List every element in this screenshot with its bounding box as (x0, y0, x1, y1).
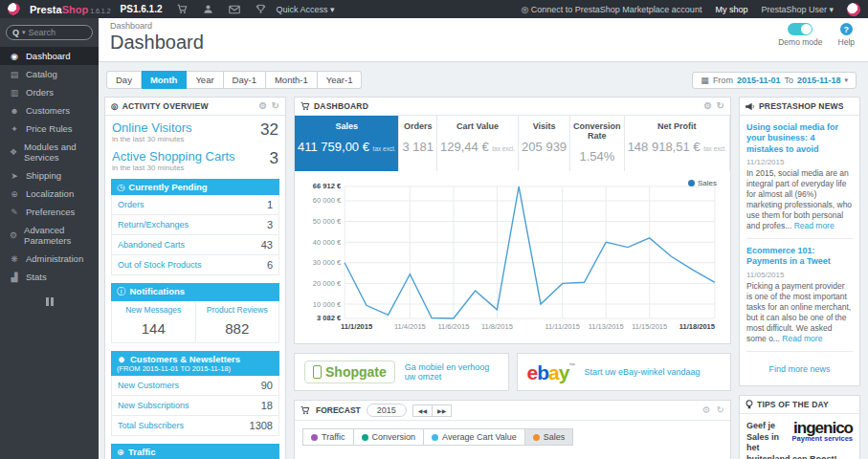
demo-mode-toggle[interactable] (788, 23, 812, 35)
date-to-label: To (784, 76, 793, 85)
clock-icon: ◷ (117, 182, 124, 192)
total-subscribers-row[interactable]: Total Subscribers1308 (111, 416, 279, 436)
news-title-link[interactable]: Using social media for your business: 4 … (746, 122, 853, 155)
row-label: Total Subscribers (118, 421, 184, 430)
ebay-panel: ebay™ Start uw eBay-winkel vandaag (517, 353, 732, 391)
quick-access-label: Quick Access (276, 5, 327, 14)
refresh-icon[interactable]: ↻ (716, 101, 724, 111)
shopgate-link[interactable]: Ga mobiel en verhoog uw omzet (405, 362, 499, 382)
sidebar-item-orders[interactable]: ▥Orders (0, 83, 99, 101)
new-customers-row[interactable]: New Customers90 (111, 376, 279, 396)
read-more-link[interactable]: Read more (782, 334, 822, 343)
sidebar-item-administration[interactable]: ❋Administration (0, 250, 99, 268)
gear-icon[interactable]: ⚙ (702, 405, 711, 415)
breadcrumb[interactable]: Dashboard (110, 21, 857, 31)
kpi-value: 1.54% (579, 149, 614, 164)
range-day-button[interactable]: Day (106, 71, 142, 89)
forecast-year[interactable]: 2015 (367, 404, 407, 417)
kpi-net-profit[interactable]: Net Profit148 918,51 € tax excl. (625, 116, 730, 171)
avatar[interactable] (847, 3, 860, 16)
row-value: 1 (267, 199, 273, 210)
legend-traffic-button[interactable]: Traffic (302, 428, 354, 446)
sidebar-item-catalog[interactable]: ▤Catalog (0, 65, 99, 83)
new-subscriptions-row[interactable]: New Subscriptions18 (111, 396, 279, 416)
search-scope-caret-icon[interactable]: ▾ (22, 29, 26, 36)
my-shop-link[interactable]: My shop (715, 5, 747, 14)
trophy-icon[interactable] (256, 4, 266, 14)
kpi-label: Sales (298, 121, 395, 131)
brand-shop: Shop (62, 4, 89, 15)
legend-sales-button[interactable]: Sales (525, 428, 574, 446)
sidebar-item-dashboard[interactable]: ◉Dashboard (0, 47, 99, 65)
sidebar-item-customers[interactable]: ☻Customers (0, 101, 99, 120)
sidebar-collapse-button[interactable] (46, 297, 54, 306)
news-title-link[interactable]: Ecommerce 101: Payments in a Tweet (746, 246, 853, 268)
pending-returns-row[interactable]: Return/Exchanges3 (111, 215, 279, 235)
messages-icon[interactable] (229, 5, 240, 14)
online-visitors-link[interactable]: Online Visitors (112, 120, 192, 135)
ingenico-logo: ingenico Payment services (788, 421, 853, 444)
range-day-1-button[interactable]: Day-1 (224, 71, 266, 89)
kpi-visits[interactable]: Visits205 939 (519, 116, 570, 171)
range-year-1-button[interactable]: Year-1 (318, 71, 363, 89)
shopgate-panel: Shopgate Ga mobiel en verhoog uw omzet (294, 353, 509, 391)
quick-access-menu[interactable]: Quick Access ▾ (276, 5, 334, 14)
range-month-button[interactable]: Month (142, 71, 188, 89)
legend-average-cart-value-button[interactable]: Average Cart Value (424, 428, 525, 446)
ebay-link[interactable]: Start uw eBay-winkel vandaag (584, 367, 700, 377)
active-carts-subtitle: in the last 30 minutes (112, 164, 278, 172)
search-input[interactable] (29, 28, 78, 37)
sidebar-search[interactable]: Q ▾ (6, 25, 93, 40)
cart-icon[interactable] (177, 4, 188, 14)
section-date-range: (FROM 2015-11-01 TO 2015-11-18) (117, 364, 274, 373)
notifications-title: Notifications (130, 286, 186, 296)
gear-icon[interactable]: ⚙ (703, 101, 712, 111)
abandoned-carts-row[interactable]: Abandoned Carts43 (111, 235, 279, 255)
legend-conversion-button[interactable]: Conversion (354, 428, 425, 446)
kpi-sales[interactable]: Sales411 759,00 € tax excl. (295, 116, 399, 171)
sidebar-item-price-rules[interactable]: ✦Price Rules (0, 120, 99, 138)
sidebar-item-localization[interactable]: ⊕Localization (0, 185, 99, 203)
forecast-panel-title: FORECAST (316, 405, 361, 415)
next-year-button[interactable]: ▶▶ (433, 404, 452, 417)
date-range-button[interactable]: ▦ From 2015-11-01 To 2015-11-18 ▾ (692, 72, 857, 89)
refresh-icon[interactable]: ↻ (271, 101, 279, 111)
kpi-value: 411 759,00 € (298, 140, 369, 154)
pending-orders-row[interactable]: Orders1 (111, 195, 279, 215)
kpi-orders[interactable]: Orders3 181 (399, 116, 437, 171)
product-reviews-cell[interactable]: Product Reviews882 (195, 301, 279, 342)
average-cart-value-dot-icon (432, 434, 438, 441)
user-menu[interactable]: PrestaShop User ▾ (761, 5, 834, 14)
kpi-conversion-rate[interactable]: Conversion Rate1.54% (570, 116, 625, 171)
gear-icon[interactable]: ⚙ (258, 101, 267, 111)
read-more-link[interactable]: Read more (794, 221, 835, 230)
sidebar-item-shipping[interactable]: ➤Shipping (0, 166, 99, 185)
previous-year-button[interactable]: ◀◀ (412, 404, 433, 417)
svg-text:3 082 €: 3 082 € (317, 315, 342, 323)
marketplace-link[interactable]: ◎ Connect to PrestaShop Marketplace acco… (521, 5, 701, 14)
range-month-1-button[interactable]: Month-1 (266, 71, 318, 89)
svg-text:11/13/2015: 11/13/2015 (589, 322, 624, 331)
find-more-news-link[interactable]: Find more news (746, 359, 853, 382)
sidebar-item-stats[interactable]: ▟Stats (0, 268, 99, 286)
out-of-stock-row[interactable]: Out of Stock Products6 (111, 255, 279, 275)
sidebar-item-modules[interactable]: ❖Modules and Services (0, 138, 99, 166)
sidebar-item-advanced-parameters[interactable]: ⚙Advanced Parameters (0, 221, 99, 250)
customer-icon[interactable] (203, 4, 213, 14)
refresh-icon[interactable]: ↻ (717, 405, 724, 415)
sidebar-item-preferences[interactable]: ✎Preferences (0, 203, 99, 221)
svg-text:60 000 €: 60 000 € (313, 196, 342, 205)
range-year-button[interactable]: Year (187, 71, 223, 89)
sidebar-item-label: Modules and Services (24, 142, 89, 163)
kpi-cart-value[interactable]: Cart Value129,44 € tax excl. (437, 116, 519, 171)
chevron-down-icon: ▾ (829, 5, 834, 14)
shopgate-logo-text: Shopgate (325, 364, 387, 380)
help-icon[interactable]: ? (840, 23, 853, 35)
kpi-value: 3 181 (402, 140, 434, 154)
prestashop-news-panel: PRESTASHOP NEWS Using social media for y… (739, 97, 860, 386)
chart-legend[interactable]: Sales (688, 179, 717, 187)
sidebar-item-label: Administration (26, 253, 83, 264)
online-visitors-subtitle: in the last 30 minutes (112, 135, 278, 143)
active-carts-link[interactable]: Active Shopping Carts (112, 149, 235, 164)
new-messages-cell[interactable]: New Messages144 (112, 301, 195, 342)
